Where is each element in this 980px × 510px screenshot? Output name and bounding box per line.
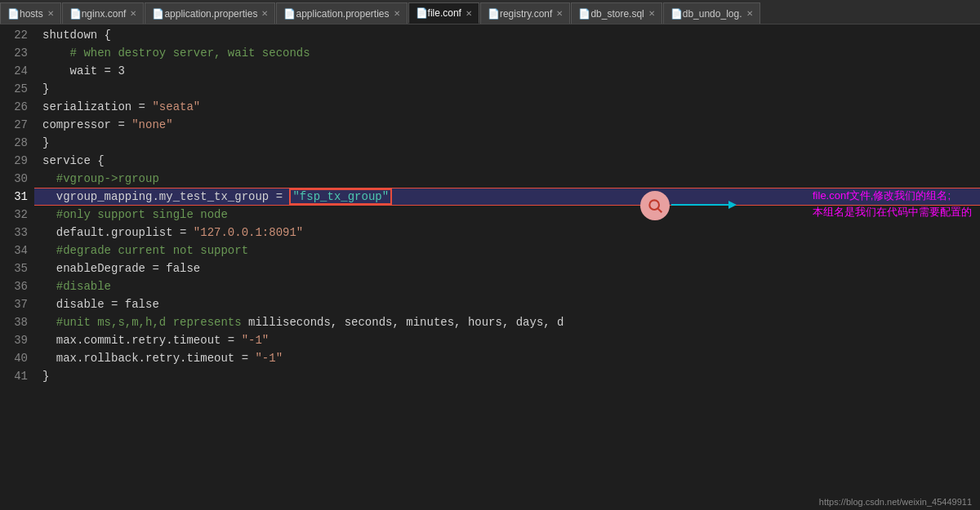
code-line-23: # when destroy server, wait seconds <box>34 44 980 62</box>
svg-marker-3 <box>728 201 737 209</box>
search-icon <box>647 197 663 214</box>
arrow-annotation <box>671 193 753 217</box>
tab-registry-conf[interactable]: 📄 registry.conf ✕ <box>480 2 570 24</box>
tab-icon: 📄 <box>670 8 683 20</box>
code-text: enableDegrade = false <box>42 259 200 277</box>
line-num-34: 34 <box>7 242 28 259</box>
code-area: 22 23 24 25 26 27 28 29 30 31 32 33 34 3… <box>0 24 980 510</box>
line-num-23: 23 <box>7 44 28 62</box>
callout-annotation: file.conf文件,修改我们的组名; 本组名是我们在代码中需要配置的 <box>813 188 972 220</box>
search-button[interactable] <box>640 191 670 220</box>
tab-label: application.properties <box>164 8 257 20</box>
callout-line2: 本组名是我们在代码中需要配置的 <box>813 204 972 220</box>
code-content: shutdown { # when destroy server, wait s… <box>34 24 980 510</box>
line-num-24: 24 <box>7 62 28 80</box>
line-num-30: 30 <box>7 170 28 188</box>
code-line-29: service { <box>34 152 980 170</box>
tab-icon: 📄 <box>69 8 82 20</box>
code-line-30: #vgroup->rgroup <box>34 170 980 188</box>
code-text: shutdown { <box>42 26 111 44</box>
line-num-36: 36 <box>7 277 28 295</box>
tab-icon: 📄 <box>578 8 590 20</box>
tab-close-icon[interactable]: ✕ <box>556 9 563 18</box>
tab-db-store-sql[interactable]: 📄 db_store.sql ✕ <box>571 2 662 24</box>
code-text: max.commit.retry.timeout = "-1" <box>42 331 269 349</box>
line-num-31: 31 <box>7 188 28 206</box>
line-num-37: 37 <box>7 295 28 313</box>
tab-close-icon[interactable]: ✕ <box>394 9 400 18</box>
code-text: #unit ms,s,m,h,d represents <box>42 313 248 331</box>
tab-file-conf[interactable]: 📄 file.conf ✕ <box>408 2 479 24</box>
code-line-36: #disable <box>34 277 980 295</box>
code-line-35: enableDegrade = false <box>34 259 980 277</box>
code-line-25: } <box>34 80 980 98</box>
line-num-26: 26 <box>7 98 28 116</box>
tab-close-icon[interactable]: ✕ <box>130 9 136 18</box>
tab-close-icon[interactable]: ✕ <box>466 9 472 18</box>
code-text: compressor = "none" <box>42 116 173 134</box>
code-text: wait = 3 <box>42 62 125 80</box>
code-line-26: serialization = "seata" <box>34 98 980 116</box>
line-num-25: 25 <box>7 80 28 98</box>
line-num-29: 29 <box>7 152 28 170</box>
code-text: default.grouplist = "127.0.0.1:8091" <box>42 224 303 242</box>
line-num-33: 33 <box>7 224 28 242</box>
line-num-28: 28 <box>7 134 28 152</box>
tab-icon: 📄 <box>152 8 164 20</box>
tab-label: hosts <box>20 8 43 20</box>
code-text: } <box>42 80 49 98</box>
tab-label: db_undo_log. <box>683 8 742 20</box>
tab-application-properties-1[interactable]: 📄 application.properties ✕ <box>145 2 275 24</box>
tab-icon: 📄 <box>283 8 296 20</box>
line-numbers: 22 23 24 25 26 27 28 29 30 31 32 33 34 3… <box>0 24 34 510</box>
tab-icon: 📄 <box>7 8 20 20</box>
line-num-32: 32 <box>7 206 28 224</box>
tab-close-icon[interactable]: ✕ <box>47 9 54 18</box>
callout-line1: file.conf文件,修改我们的组名; <box>813 188 972 204</box>
code-text: } <box>42 367 49 385</box>
tab-db-undo-log[interactable]: 📄 db_undo_log. ✕ <box>663 2 760 24</box>
code-text-cont: milliseconds, seconds, minutes, hours, d… <box>248 313 564 331</box>
code-line-33: default.grouplist = "127.0.0.1:8091" <box>34 224 980 242</box>
svg-line-1 <box>658 209 662 213</box>
code-text: vgroup_mapping.my_test_tx_group = "fsp_t… <box>42 188 392 206</box>
code-line-22: shutdown { <box>34 26 980 44</box>
code-text: #degrade current not support <box>42 242 248 259</box>
tab-bar: 📄 hosts ✕ 📄 nginx.conf ✕ 📄 application.p… <box>0 0 980 24</box>
code-line-24: wait = 3 <box>34 62 980 80</box>
tab-label: registry.conf <box>500 8 552 20</box>
tab-label: application.properties <box>296 8 389 20</box>
code-text: service { <box>42 152 105 170</box>
code-text: } <box>42 134 49 152</box>
code-line-38: #unit ms,s,m,h,d represents milliseconds… <box>34 313 980 331</box>
watermark: https://blog.csdn.net/weixin_45449911 <box>819 497 972 507</box>
tab-close-icon[interactable]: ✕ <box>746 9 753 18</box>
tab-label: nginx.conf <box>82 8 127 20</box>
tab-close-icon[interactable]: ✕ <box>648 9 655 18</box>
tab-icon: 📄 <box>488 8 500 20</box>
code-text: #only support single node <box>42 206 228 224</box>
line-num-39: 39 <box>7 331 28 349</box>
code-line-39: max.commit.retry.timeout = "-1" <box>34 331 980 349</box>
code-line-37: disable = false <box>34 295 980 313</box>
line-num-22: 22 <box>7 26 28 44</box>
tab-icon: 📄 <box>416 7 428 19</box>
line-num-35: 35 <box>7 259 28 277</box>
code-text: # when destroy server, wait seconds <box>42 44 310 62</box>
tab-label: file.conf <box>428 7 461 19</box>
code-text: serialization = "seata" <box>42 98 200 116</box>
line-num-40: 40 <box>7 349 28 367</box>
code-text: #vgroup->rgroup <box>42 170 159 188</box>
code-line-34: #degrade current not support <box>34 242 980 259</box>
tab-application-properties-2[interactable]: 📄 application.properties ✕ <box>276 2 407 24</box>
tab-hosts[interactable]: 📄 hosts ✕ <box>0 2 61 24</box>
code-text: #disable <box>42 277 111 295</box>
tab-nginx-conf[interactable]: 📄 nginx.conf ✕ <box>62 2 145 24</box>
line-num-27: 27 <box>7 116 28 134</box>
tab-close-icon[interactable]: ✕ <box>261 9 268 18</box>
line-num-38: 38 <box>7 313 28 331</box>
code-line-40: max.rollback.retry.timeout = "-1" <box>34 349 980 367</box>
tab-label: db_store.sql <box>590 8 644 20</box>
code-text: max.rollback.retry.timeout = "-1" <box>42 349 283 367</box>
line-num-41: 41 <box>7 367 28 385</box>
